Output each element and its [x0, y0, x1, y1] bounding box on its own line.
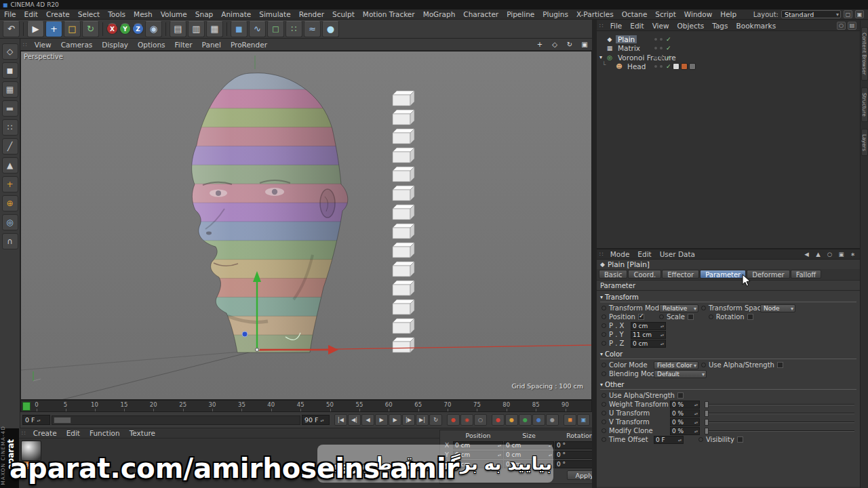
animation-dot[interactable]	[601, 332, 606, 337]
power-slider-handle[interactable]	[54, 417, 71, 424]
modeling-tools-icon[interactable]: ∷	[285, 21, 302, 37]
attribute-menu-item[interactable]: Mode	[606, 250, 634, 258]
menu-item[interactable]: Animate	[217, 9, 255, 20]
menu-item[interactable]: Motion Tracker	[359, 9, 419, 20]
frame-tick[interactable]: 15	[120, 401, 127, 408]
power-slider[interactable]	[52, 415, 300, 425]
expand-arrow-icon[interactable]: ▾	[599, 54, 606, 60]
texture-mode-icon[interactable]: ▦	[2, 81, 18, 98]
toolbar-separator-1[interactable]	[23, 22, 24, 36]
frame-tick[interactable]: 70	[444, 401, 452, 408]
menu-item[interactable]: Plugins	[538, 9, 572, 20]
frame-tick[interactable]: 45	[297, 401, 304, 408]
attribute-menu-item[interactable]: User Data	[656, 250, 699, 258]
object-name[interactable]: Head	[625, 62, 648, 70]
snap-icon[interactable]: ∩	[2, 233, 18, 249]
frame-tick[interactable]: 5	[62, 401, 69, 408]
material-menu-item[interactable]: Create	[28, 429, 62, 437]
render-view-icon[interactable]: ▤	[170, 21, 186, 37]
frame-tick[interactable]: 90	[561, 401, 569, 408]
animation-dot[interactable]	[659, 314, 664, 319]
u-transform-field[interactable]: 0 %▴▾	[670, 409, 700, 418]
object-icon[interactable]: ▦	[606, 45, 614, 52]
editor-visibility-dot[interactable]	[654, 46, 658, 50]
render-visibility-dot[interactable]	[659, 64, 663, 68]
menu-item[interactable]: Window	[680, 9, 716, 20]
dock-tab[interactable]: Layers	[861, 129, 868, 157]
back-arrow-icon[interactable]: ◀	[802, 251, 811, 258]
animation-dot[interactable]	[701, 363, 706, 367]
scale-checkbox[interactable]	[688, 314, 694, 320]
current-frame-marker[interactable]	[22, 402, 31, 411]
menu-item[interactable]: Pipeline	[502, 9, 538, 20]
viewport-solo-icon[interactable]: ◎	[2, 214, 18, 230]
layout-dropdown[interactable]: Standard	[781, 10, 841, 18]
rotate-view-icon[interactable]: ↻	[562, 39, 577, 50]
editor-visibility-dot[interactable]	[654, 56, 658, 60]
attribute-menu-item[interactable]: Edit	[633, 250, 655, 258]
z-axis-handle[interactable]	[242, 331, 248, 337]
frame-tick[interactable]: 55	[355, 401, 363, 408]
scale-tool-icon[interactable]: □	[64, 21, 81, 37]
transform-space-dropdown[interactable]: Node	[760, 304, 795, 312]
frame-tick[interactable]: 0	[33, 401, 40, 408]
use-alpha-checkbox[interactable]	[777, 362, 783, 368]
frame-tick[interactable]: 80	[502, 401, 510, 408]
animation-dot[interactable]	[601, 420, 606, 424]
animation-dot[interactable]	[601, 411, 606, 415]
x-axis-arrowhead[interactable]	[328, 345, 338, 354]
other-use-alpha-checkbox[interactable]	[677, 392, 684, 399]
viewport-menu-item[interactable]: Display	[97, 41, 133, 49]
render-visibility-dot[interactable]	[659, 37, 663, 41]
up-arrow-icon[interactable]: ▲	[814, 251, 823, 258]
simulate-tools-icon[interactable]: ≈	[304, 21, 321, 37]
record-rotation-toggle[interactable]: ●	[519, 414, 532, 426]
coordinate-system-icon[interactable]: ◉	[145, 21, 162, 37]
spinner-icon[interactable]: ▴▾	[37, 419, 41, 422]
menu-item[interactable]: Select	[74, 9, 104, 20]
lock-icon[interactable]: ▣	[837, 251, 846, 258]
other-group-header[interactable]: ▾ Other	[600, 381, 856, 390]
color-group-header[interactable]: ▾ Color	[600, 350, 856, 359]
frame-tick[interactable]: 75	[473, 401, 481, 408]
material-tag-icon[interactable]	[681, 63, 688, 70]
object-icon[interactable]: ☻	[615, 63, 623, 70]
grip-icon[interactable]: ∷	[597, 251, 606, 258]
object-manager-menu-item[interactable]: View	[648, 22, 673, 30]
dock-tab[interactable]: Structure	[861, 87, 868, 122]
toggle-view-icon[interactable]: ▣	[577, 39, 592, 50]
viewport-menu-item[interactable]: Panel	[197, 41, 226, 49]
object-row-plain[interactable]: ▾ ◆ Plain ✓	[597, 35, 860, 44]
weight-transform-field[interactable]: 0 %▴▾	[670, 401, 700, 409]
editor-visibility-dot[interactable]	[654, 37, 658, 41]
cube-stack[interactable]	[393, 91, 414, 352]
render-settings-icon[interactable]: ▦	[206, 21, 223, 37]
axis-modification-icon[interactable]: ⊕	[2, 195, 18, 211]
keyframe-selection-button[interactable]: ○	[474, 414, 487, 426]
goto-start-button[interactable]: |◀	[334, 414, 347, 426]
editor-visibility-dot[interactable]	[654, 64, 658, 68]
px-field[interactable]: 0 cm▴▾	[631, 322, 666, 330]
position-checkbox[interactable]	[638, 314, 644, 320]
object-manager-menu-item[interactable]: Tags	[708, 22, 732, 30]
blending-mode-dropdown[interactable]: Default	[654, 370, 707, 378]
menu-item[interactable]: Create	[42, 9, 74, 20]
animation-dot[interactable]	[601, 306, 606, 310]
animation-dot[interactable]	[601, 437, 606, 442]
object-manager-menu-item[interactable]: File	[606, 22, 627, 30]
tab-basic[interactable]: Basic	[599, 270, 627, 279]
search-icon[interactable]: ○	[825, 251, 834, 258]
undo-icon[interactable]: ↶	[3, 21, 20, 37]
dock-tab[interactable]: Content Browser	[861, 27, 868, 81]
record-position-toggle[interactable]: ●	[492, 414, 505, 426]
prev-key-button[interactable]: ◀|	[348, 414, 361, 426]
menu-item[interactable]: Character	[459, 9, 502, 20]
object-row-matrix[interactable]: ▾ ▦ Matrix ✓	[597, 44, 860, 54]
render-picture-viewer-icon[interactable]: ▥	[188, 21, 205, 37]
material-menu-item[interactable]: Texture	[125, 429, 160, 437]
spline-pen-icon[interactable]: ∿	[249, 21, 266, 37]
time-offset-field[interactable]: 0 F▴▾	[654, 436, 684, 444]
visibility-checkbox[interactable]	[737, 436, 743, 443]
edges-mode-icon[interactable]: ╱	[2, 138, 18, 155]
menu-item[interactable]: Simulate	[255, 9, 294, 20]
